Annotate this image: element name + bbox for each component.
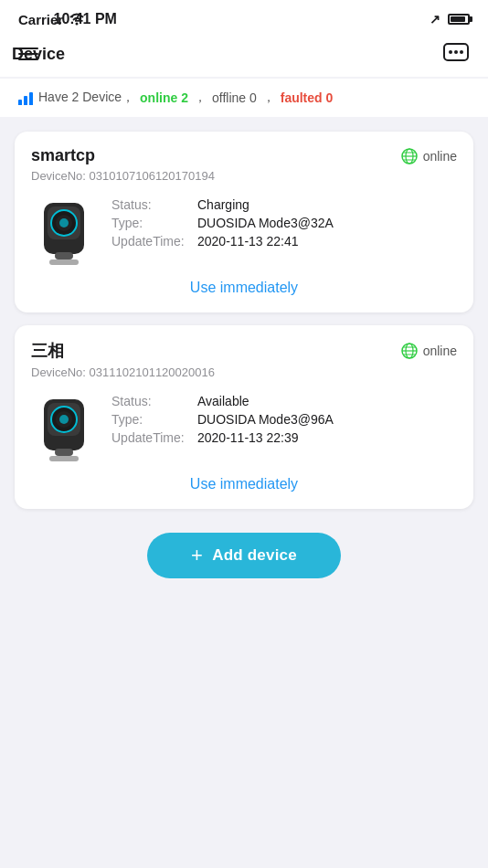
status-value-2: Available — [197, 394, 249, 408]
update-value-1: 2020-11-13 22:41 — [197, 234, 299, 249]
page-title: Device — [0, 45, 240, 64]
svg-point-25 — [59, 415, 69, 424]
online-badge-1: online — [401, 148, 457, 164]
device-list: smartcp online DeviceNo: 031010710612017… — [0, 117, 488, 524]
status-row-2: Status: Available — [111, 394, 334, 408]
update-label-1: UpdateTime: — [111, 234, 192, 249]
add-device-button[interactable]: + Add device — [147, 533, 341, 578]
device-number-2: DeviceNo: 0311102101120020016 — [31, 365, 457, 379]
device-info-2: Status: Available Type: DUOSIDA Mode3@96… — [111, 390, 334, 445]
device-image-1 — [31, 194, 97, 267]
update-row-2: UpdateTime: 2020-11-13 22:39 — [111, 430, 334, 445]
device-image-2 — [31, 390, 97, 463]
type-row-2: Type: DUOSIDA Mode3@96A — [111, 412, 334, 427]
update-label-2: UpdateTime: — [111, 430, 192, 445]
device-name-2: 三相 — [31, 340, 64, 362]
type-label-2: Type: — [111, 412, 192, 427]
status-label-1: Status: — [111, 197, 192, 212]
globe-icon-1 — [401, 148, 418, 164]
use-immediately-btn-1[interactable]: Use immediately — [31, 267, 457, 300]
message-icon[interactable] — [442, 42, 470, 66]
status-time: 10:41 PM — [0, 11, 258, 27]
svg-point-2 — [454, 50, 458, 54]
nav-bar: Device — [0, 33, 488, 77]
status-right: ↗ — [430, 12, 470, 26]
update-row-1: UpdateTime: 2020-11-13 22:41 — [111, 234, 334, 249]
online-text-1: online — [423, 149, 457, 164]
status-label-2: Status: — [111, 394, 192, 408]
card-header-1: smartcp online — [31, 146, 457, 165]
globe-icon-2 — [401, 343, 418, 359]
summary-prefix: Have 2 Device， — [38, 90, 134, 106]
device-name-1: smartcp — [31, 146, 95, 165]
type-value-2: DUOSIDA Mode3@96A — [197, 412, 334, 427]
location-icon: ↗ — [430, 12, 440, 26]
summary-offline-suffix: ， — [262, 90, 275, 106]
device-card-1: smartcp online DeviceNo: 031010710612017… — [15, 132, 473, 312]
card-body-2: Status: Available Type: DUOSIDA Mode3@96… — [31, 390, 457, 463]
type-value-1: DUOSIDA Mode3@32A — [197, 216, 334, 230]
status-value-1: Charging — [197, 197, 249, 212]
type-row-1: Type: DUOSIDA Mode3@32A — [111, 216, 334, 230]
update-value-2: 2020-11-13 22:39 — [197, 430, 299, 445]
status-bar: Carrier 10:41 PM ↗ — [0, 0, 488, 33]
add-device-container: + Add device — [0, 524, 488, 606]
svg-point-1 — [449, 50, 452, 54]
offline-count: offline 0 — [212, 90, 257, 105]
svg-rect-26 — [55, 449, 73, 456]
add-device-label: Add device — [212, 546, 297, 565]
use-immediately-btn-2[interactable]: Use immediately — [31, 463, 457, 496]
faulted-count: faulted 0 — [281, 90, 334, 105]
card-body-1: Status: Charging Type: DUOSIDA Mode3@32A… — [31, 194, 457, 267]
summary-bar: Have 2 Device， online 2 ， offline 0 ， fa… — [0, 79, 488, 117]
online-count: online 2 — [140, 90, 188, 105]
svg-rect-15 — [49, 259, 79, 265]
svg-rect-14 — [55, 252, 73, 259]
charts-icon — [18, 90, 33, 105]
card-header-2: 三相 online — [31, 340, 457, 362]
battery-icon — [448, 14, 470, 25]
device-number-1: DeviceNo: 0310107106120170194 — [31, 169, 457, 183]
svg-point-13 — [59, 218, 69, 228]
status-row-1: Status: Charging — [111, 197, 334, 212]
type-label-1: Type: — [111, 216, 192, 230]
online-badge-2: online — [401, 343, 457, 359]
online-text-2: online — [423, 344, 457, 358]
svg-rect-27 — [49, 456, 79, 461]
svg-point-3 — [460, 50, 463, 54]
device-card-2: 三相 online DeviceNo: 0311102101120020016 — [15, 325, 473, 509]
summary-online-suffix: ， — [194, 90, 207, 106]
device-info-1: Status: Charging Type: DUOSIDA Mode3@32A… — [111, 194, 334, 249]
plus-icon: + — [191, 545, 203, 566]
